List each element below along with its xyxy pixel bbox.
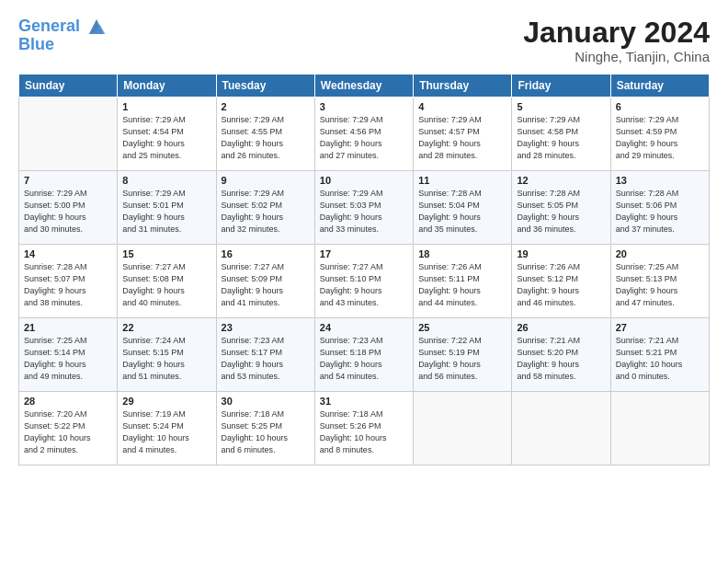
- day-info: Sunrise: 7:23 AMSunset: 5:18 PMDaylight:…: [320, 335, 408, 383]
- calendar-cell: 26Sunrise: 7:21 AMSunset: 5:20 PMDayligh…: [512, 318, 610, 392]
- day-info: Sunrise: 7:26 AMSunset: 5:11 PMDaylight:…: [418, 261, 506, 309]
- day-info: Sunrise: 7:29 AMSunset: 4:57 PMDaylight:…: [418, 114, 506, 162]
- day-number: 31: [320, 396, 408, 407]
- day-number: 24: [320, 322, 408, 333]
- day-number: 21: [24, 322, 112, 333]
- calendar-cell: 22Sunrise: 7:24 AMSunset: 5:15 PMDayligh…: [118, 318, 216, 392]
- day-number: 13: [616, 175, 704, 186]
- day-header-monday: Monday: [118, 75, 216, 98]
- calendar-week-1: 1Sunrise: 7:29 AMSunset: 4:54 PMDaylight…: [19, 98, 710, 171]
- day-info: Sunrise: 7:25 AMSunset: 5:13 PMDaylight:…: [616, 261, 704, 309]
- calendar-cell: 13Sunrise: 7:28 AMSunset: 5:06 PMDayligh…: [610, 171, 709, 245]
- day-number: 18: [418, 248, 506, 259]
- day-number: 6: [616, 101, 704, 112]
- day-number: 15: [122, 248, 210, 259]
- day-info: Sunrise: 7:27 AMSunset: 5:09 PMDaylight:…: [222, 261, 310, 309]
- calendar-cell: 14Sunrise: 7:28 AMSunset: 5:07 PMDayligh…: [19, 245, 118, 318]
- calendar: SundayMondayTuesdayWednesdayThursdayFrid…: [18, 74, 710, 465]
- day-header-saturday: Saturday: [610, 75, 709, 98]
- day-info: Sunrise: 7:29 AMSunset: 4:56 PMDaylight:…: [320, 114, 408, 162]
- calendar-cell: 15Sunrise: 7:27 AMSunset: 5:08 PMDayligh…: [118, 245, 216, 318]
- day-header-tuesday: Tuesday: [216, 75, 314, 98]
- day-number: 8: [122, 175, 210, 186]
- day-number: 12: [517, 175, 605, 186]
- calendar-cell: 1Sunrise: 7:29 AMSunset: 4:54 PMDaylight…: [118, 98, 216, 171]
- calendar-cell: 24Sunrise: 7:23 AMSunset: 5:18 PMDayligh…: [314, 318, 413, 392]
- calendar-cell: 28Sunrise: 7:20 AMSunset: 5:22 PMDayligh…: [19, 392, 118, 465]
- calendar-cell: 29Sunrise: 7:19 AMSunset: 5:24 PMDayligh…: [118, 392, 216, 465]
- month-title: January 2024: [523, 17, 710, 49]
- calendar-cell: 8Sunrise: 7:29 AMSunset: 5:01 PMDaylight…: [118, 171, 216, 245]
- logo-blue: Blue: [18, 35, 107, 54]
- day-info: Sunrise: 7:21 AMSunset: 5:20 PMDaylight:…: [517, 335, 605, 383]
- calendar-header-row: SundayMondayTuesdayWednesdayThursdayFrid…: [19, 75, 710, 98]
- day-info: Sunrise: 7:19 AMSunset: 5:24 PMDaylight:…: [122, 408, 210, 456]
- day-info: Sunrise: 7:22 AMSunset: 5:19 PMDaylight:…: [418, 335, 506, 383]
- day-info: Sunrise: 7:23 AMSunset: 5:17 PMDaylight:…: [222, 335, 310, 383]
- day-number: 1: [122, 101, 210, 112]
- day-info: Sunrise: 7:29 AMSunset: 5:02 PMDaylight:…: [222, 188, 310, 236]
- day-info: Sunrise: 7:29 AMSunset: 4:54 PMDaylight:…: [122, 114, 210, 162]
- day-info: Sunrise: 7:29 AMSunset: 5:01 PMDaylight:…: [122, 188, 210, 236]
- day-info: Sunrise: 7:29 AMSunset: 5:03 PMDaylight:…: [320, 188, 408, 236]
- calendar-week-2: 7Sunrise: 7:29 AMSunset: 5:00 PMDaylight…: [19, 171, 710, 245]
- day-number: 23: [222, 322, 310, 333]
- day-info: Sunrise: 7:28 AMSunset: 5:07 PMDaylight:…: [24, 261, 112, 309]
- calendar-cell: 10Sunrise: 7:29 AMSunset: 5:03 PMDayligh…: [314, 171, 413, 245]
- calendar-cell: 30Sunrise: 7:18 AMSunset: 5:25 PMDayligh…: [216, 392, 314, 465]
- calendar-cell: 21Sunrise: 7:25 AMSunset: 5:14 PMDayligh…: [19, 318, 118, 392]
- calendar-cell: [19, 98, 118, 171]
- day-info: Sunrise: 7:26 AMSunset: 5:12 PMDaylight:…: [517, 261, 605, 309]
- day-number: 25: [418, 322, 506, 333]
- calendar-cell: 31Sunrise: 7:18 AMSunset: 5:26 PMDayligh…: [314, 392, 413, 465]
- logo: General Blue: [18, 17, 107, 54]
- calendar-cell: [610, 392, 709, 465]
- day-info: Sunrise: 7:18 AMSunset: 5:25 PMDaylight:…: [222, 408, 310, 456]
- day-number: 26: [517, 322, 605, 333]
- day-info: Sunrise: 7:29 AMSunset: 4:59 PMDaylight:…: [616, 114, 704, 162]
- day-number: 17: [320, 248, 408, 259]
- day-header-wednesday: Wednesday: [314, 75, 413, 98]
- calendar-cell: 7Sunrise: 7:29 AMSunset: 5:00 PMDaylight…: [19, 171, 118, 245]
- page: General Blue January 2024 Ninghe, Tianji…: [0, 0, 728, 563]
- day-number: 3: [320, 101, 408, 112]
- calendar-cell: 18Sunrise: 7:26 AMSunset: 5:11 PMDayligh…: [414, 245, 512, 318]
- calendar-cell: 9Sunrise: 7:29 AMSunset: 5:02 PMDaylight…: [216, 171, 314, 245]
- calendar-cell: 2Sunrise: 7:29 AMSunset: 4:55 PMDaylight…: [216, 98, 314, 171]
- day-info: Sunrise: 7:18 AMSunset: 5:26 PMDaylight:…: [320, 408, 408, 456]
- calendar-week-4: 21Sunrise: 7:25 AMSunset: 5:14 PMDayligh…: [19, 318, 710, 392]
- day-number: 10: [320, 175, 408, 186]
- calendar-cell: 25Sunrise: 7:22 AMSunset: 5:19 PMDayligh…: [414, 318, 512, 392]
- day-info: Sunrise: 7:29 AMSunset: 4:55 PMDaylight:…: [222, 114, 310, 162]
- day-header-friday: Friday: [512, 75, 610, 98]
- day-info: Sunrise: 7:28 AMSunset: 5:06 PMDaylight:…: [616, 188, 704, 236]
- calendar-cell: 23Sunrise: 7:23 AMSunset: 5:17 PMDayligh…: [216, 318, 314, 392]
- calendar-cell: 11Sunrise: 7:28 AMSunset: 5:04 PMDayligh…: [414, 171, 512, 245]
- day-info: Sunrise: 7:27 AMSunset: 5:10 PMDaylight:…: [320, 261, 408, 309]
- calendar-cell: 19Sunrise: 7:26 AMSunset: 5:12 PMDayligh…: [512, 245, 610, 318]
- day-info: Sunrise: 7:21 AMSunset: 5:21 PMDaylight:…: [616, 335, 704, 383]
- day-info: Sunrise: 7:20 AMSunset: 5:22 PMDaylight:…: [24, 408, 112, 456]
- day-info: Sunrise: 7:24 AMSunset: 5:15 PMDaylight:…: [122, 335, 210, 383]
- location: Ninghe, Tianjin, China: [523, 49, 710, 64]
- calendar-cell: 4Sunrise: 7:29 AMSunset: 4:57 PMDaylight…: [414, 98, 512, 171]
- calendar-cell: 20Sunrise: 7:25 AMSunset: 5:13 PMDayligh…: [610, 245, 709, 318]
- day-number: 9: [222, 175, 310, 186]
- calendar-cell: [512, 392, 610, 465]
- calendar-cell: 16Sunrise: 7:27 AMSunset: 5:09 PMDayligh…: [216, 245, 314, 318]
- day-info: Sunrise: 7:25 AMSunset: 5:14 PMDaylight:…: [24, 335, 112, 383]
- header: General Blue January 2024 Ninghe, Tianji…: [18, 17, 710, 64]
- day-info: Sunrise: 7:28 AMSunset: 5:04 PMDaylight:…: [418, 188, 506, 236]
- calendar-cell: 6Sunrise: 7:29 AMSunset: 4:59 PMDaylight…: [610, 98, 709, 171]
- day-info: Sunrise: 7:29 AMSunset: 4:58 PMDaylight:…: [517, 114, 605, 162]
- day-info: Sunrise: 7:27 AMSunset: 5:08 PMDaylight:…: [122, 261, 210, 309]
- day-number: 29: [122, 396, 210, 407]
- calendar-week-3: 14Sunrise: 7:28 AMSunset: 5:07 PMDayligh…: [19, 245, 710, 318]
- calendar-cell: 17Sunrise: 7:27 AMSunset: 5:10 PMDayligh…: [314, 245, 413, 318]
- calendar-week-5: 28Sunrise: 7:20 AMSunset: 5:22 PMDayligh…: [19, 392, 710, 465]
- calendar-cell: [414, 392, 512, 465]
- day-number: 5: [517, 101, 605, 112]
- logo-icon: [86, 17, 107, 37]
- day-info: Sunrise: 7:28 AMSunset: 5:05 PMDaylight:…: [517, 188, 605, 236]
- day-number: 27: [616, 322, 704, 333]
